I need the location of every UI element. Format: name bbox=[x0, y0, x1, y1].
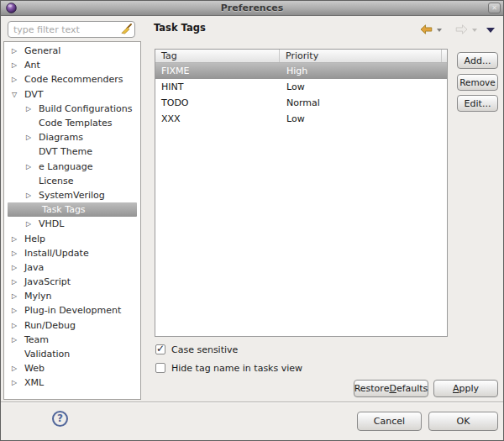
table-row-fixme[interactable]: FIXMEHigh bbox=[155, 63, 447, 79]
sidebar-item-dvt[interactable]: ▽DVT bbox=[4, 87, 140, 102]
filter-input[interactable] bbox=[8, 21, 135, 38]
expander-collapsed-icon[interactable]: ▷ bbox=[8, 336, 21, 344]
sidebar-item-javascript[interactable]: ▷JavaScript bbox=[4, 275, 140, 289]
sidebar-item-run-debug[interactable]: ▷Run/Debug bbox=[4, 318, 140, 333]
expander-collapsed-icon[interactable]: ▷ bbox=[8, 278, 21, 286]
expander-collapsed-icon[interactable]: ▷ bbox=[8, 365, 21, 372]
column-header-filler bbox=[442, 50, 447, 62]
clear-filter-broom-icon[interactable] bbox=[120, 24, 132, 35]
expander-collapsed-icon[interactable]: ▷ bbox=[22, 163, 35, 171]
back-button[interactable] bbox=[420, 24, 433, 34]
expander-collapsed-icon[interactable]: ▷ bbox=[8, 379, 21, 386]
checkmark-icon: ✓ bbox=[156, 343, 165, 354]
remove-button[interactable]: Remove bbox=[457, 74, 498, 91]
sidebar-item-label: Code Templates bbox=[39, 118, 113, 129]
back-history-dropdown-icon[interactable] bbox=[437, 29, 442, 32]
view-menu-button[interactable] bbox=[486, 28, 495, 33]
page-title: Task Tags bbox=[154, 22, 206, 34]
checkbox-case-sensitive[interactable]: ✓Case sensitive bbox=[155, 340, 302, 359]
sidebar-item-plug-in-development[interactable]: ▷Plug-in Development bbox=[4, 303, 140, 318]
sidebar-item-label: Code Recommenders bbox=[24, 74, 123, 85]
sidebar-item-ant[interactable]: ▷Ant bbox=[4, 58, 140, 72]
titlebar[interactable]: Preferences ✕ bbox=[1, 1, 503, 16]
sidebar-item-systemverilog[interactable]: ▷SystemVerilog bbox=[4, 188, 140, 202]
cell-tag: FIXME bbox=[155, 66, 280, 76]
sidebar-item-label: Build Configurations bbox=[39, 103, 132, 114]
task-tags-table: TagPriority FIXMEHighHINTLowTODONormalXX… bbox=[155, 49, 448, 337]
sidebar-item-team[interactable]: ▷Team bbox=[4, 333, 140, 347]
expander-collapsed-icon[interactable]: ▷ bbox=[8, 76, 21, 83]
sidebar-item-label: Web bbox=[24, 363, 45, 374]
column-header-tag[interactable]: Tag bbox=[155, 50, 280, 62]
expander-collapsed-icon[interactable]: ▷ bbox=[22, 192, 35, 199]
help-button[interactable]: ? bbox=[52, 411, 68, 427]
sidebar-item-task-tags[interactable]: Task Tags bbox=[8, 202, 137, 217]
sidebar-item-xml[interactable]: ▷XML bbox=[4, 375, 140, 390]
table-row-xxx[interactable]: XXXLow bbox=[155, 111, 447, 127]
table-body: FIXMEHighHINTLowTODONormalXXXLow bbox=[155, 63, 447, 127]
sidebar-item-label: VHDL bbox=[39, 218, 64, 229]
sidebar-item-label: Run/Debug bbox=[24, 320, 76, 331]
sidebar-item-validation[interactable]: Validation bbox=[4, 347, 140, 361]
cell-tag: TODO bbox=[155, 97, 280, 108]
restore-defaults-button[interactable]: Restore Defaults bbox=[354, 380, 428, 397]
expander-collapsed-icon[interactable]: ▷ bbox=[8, 47, 21, 55]
window-title: Preferences bbox=[1, 3, 503, 13]
expander-collapsed-icon[interactable]: ▷ bbox=[8, 61, 21, 69]
expander-expanded-icon[interactable]: ▽ bbox=[8, 91, 21, 98]
sidebar-item-java[interactable]: ▷Java bbox=[4, 260, 140, 275]
expander-collapsed-icon[interactable]: ▷ bbox=[22, 105, 35, 113]
expander-collapsed-icon[interactable]: ▷ bbox=[8, 249, 21, 257]
column-header-priority[interactable]: Priority bbox=[280, 50, 442, 62]
table-row-todo[interactable]: TODONormal bbox=[155, 95, 447, 111]
sidebar-item-label: Team bbox=[24, 334, 49, 345]
ok-button[interactable]: OK bbox=[428, 412, 498, 431]
bottom-separator bbox=[1, 402, 503, 403]
expander-collapsed-icon[interactable]: ▷ bbox=[8, 264, 21, 271]
cell-priority: Normal bbox=[280, 97, 447, 108]
sidebar-item-label: Install/Update bbox=[24, 248, 89, 259]
sidebar-item-code-recommenders[interactable]: ▷Code Recommenders bbox=[4, 72, 140, 87]
forward-history-dropdown-icon[interactable] bbox=[472, 29, 477, 32]
table-header-row: TagPriority bbox=[155, 50, 447, 63]
sidebar-item-label: JavaScript bbox=[24, 276, 71, 287]
sidebar-item-general[interactable]: ▷General bbox=[4, 44, 140, 58]
preferences-dialog: Preferences ✕ ▷General▷Ant▷Code Recommen… bbox=[0, 0, 504, 441]
expander-collapsed-icon[interactable]: ▷ bbox=[8, 322, 21, 329]
expander-collapsed-icon[interactable]: ▷ bbox=[22, 134, 35, 141]
sidebar-item-help[interactable]: ▷Help bbox=[4, 231, 140, 245]
sidebar-item-dvt-theme[interactable]: DVT Theme bbox=[4, 144, 140, 159]
edit-button[interactable]: Edit... bbox=[457, 95, 498, 112]
sidebar-item-label: XML bbox=[24, 377, 44, 388]
sidebar-item-license[interactable]: License bbox=[4, 174, 140, 188]
sidebar-item-mylyn[interactable]: ▷Mylyn bbox=[4, 289, 140, 303]
sidebar-item-label: SystemVerilog bbox=[39, 190, 105, 201]
close-button[interactable]: ✕ bbox=[488, 3, 501, 13]
sidebar-item-web[interactable]: ▷Web bbox=[4, 361, 140, 375]
checkbox-checked-icon[interactable]: ✓ bbox=[155, 344, 165, 354]
filter-box bbox=[8, 21, 135, 38]
checkbox-unchecked-icon[interactable]: ✓ bbox=[155, 363, 165, 373]
expander-collapsed-icon[interactable]: ▷ bbox=[8, 307, 21, 314]
cancel-button[interactable]: Cancel bbox=[357, 412, 422, 431]
expander-collapsed-icon[interactable]: ▷ bbox=[22, 220, 35, 228]
sidebar-item-vhdl[interactable]: ▷VHDL bbox=[4, 217, 140, 231]
cell-tag: XXX bbox=[155, 113, 280, 124]
sidebar-item-label: Task Tags bbox=[42, 204, 86, 215]
sidebar-item-install-update[interactable]: ▷Install/Update bbox=[4, 246, 140, 260]
sidebar-item-label: Plug-in Development bbox=[24, 305, 121, 316]
sidebar-item-code-templates[interactable]: Code Templates bbox=[4, 116, 140, 130]
sidebar-item-e-language[interactable]: ▷e Language bbox=[4, 160, 140, 174]
expander-collapsed-icon[interactable]: ▷ bbox=[8, 235, 21, 243]
expander-collapsed-icon[interactable]: ▷ bbox=[8, 292, 21, 300]
table-row-hint[interactable]: HINTLow bbox=[155, 79, 447, 95]
add-button[interactable]: Add... bbox=[457, 52, 498, 69]
apply-button[interactable]: Apply bbox=[433, 380, 498, 397]
sidebar-item-build-configurations[interactable]: ▷Build Configurations bbox=[4, 102, 140, 116]
forward-button[interactable] bbox=[455, 24, 468, 34]
cell-priority: Low bbox=[280, 113, 447, 124]
checkbox-hide-tag-name-in-tasks-view[interactable]: ✓Hide tag name in tasks view bbox=[155, 359, 302, 377]
sidebar-item-diagrams[interactable]: ▷Diagrams bbox=[4, 130, 140, 144]
sidebar-item-label: DVT Theme bbox=[39, 146, 92, 157]
sidebar-item-label: Validation bbox=[24, 349, 70, 360]
